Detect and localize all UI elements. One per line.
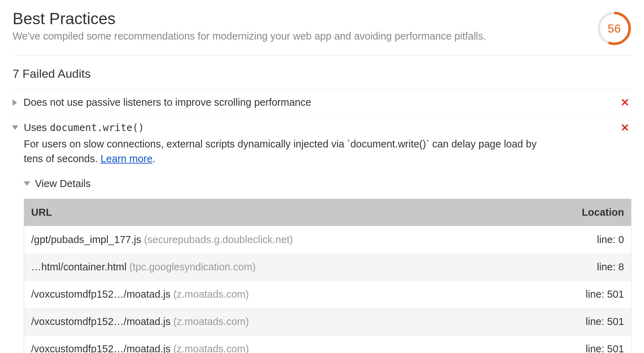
view-details-label: View Details bbox=[35, 178, 91, 189]
score-value: 56 bbox=[597, 11, 631, 46]
cell-location: line: 0 bbox=[561, 234, 624, 245]
col-header-location: Location bbox=[561, 207, 624, 218]
audit-item: Uses document.write() ✕ For users on slo… bbox=[13, 115, 631, 353]
col-header-url: URL bbox=[31, 207, 561, 218]
table-row: /gpt/pubads_impl_177.js(securepubads.g.d… bbox=[24, 226, 631, 253]
table-row: /voxcustomdfp152…/moatad.js(z.moatads.co… bbox=[24, 308, 631, 335]
audit-title: Does not use passive listeners to improv… bbox=[23, 97, 621, 108]
cell-location: line: 501 bbox=[561, 316, 624, 327]
cell-location: line: 501 bbox=[561, 289, 624, 300]
fail-icon: ✕ bbox=[621, 96, 631, 109]
audit-title-code: document.write() bbox=[50, 122, 144, 133]
category-title: Best Practices bbox=[13, 10, 583, 28]
cell-location: line: 8 bbox=[561, 261, 624, 273]
cell-url: /voxcustomdfp152…/moatad.js(z.moatads.co… bbox=[31, 289, 561, 300]
url-path: …html/container.html bbox=[31, 261, 126, 272]
report-header: Best Practices We've compiled some recom… bbox=[13, 10, 631, 56]
audit-description: For users on slow connections, external … bbox=[24, 137, 542, 166]
audit-toggle[interactable]: Does not use passive listeners to improv… bbox=[13, 96, 631, 109]
audit-title-prefix: Uses bbox=[24, 122, 50, 133]
cell-url: /gpt/pubads_impl_177.js(securepubads.g.d… bbox=[31, 234, 561, 245]
view-details-toggle[interactable]: View Details bbox=[24, 166, 631, 197]
score-gauge: 56 bbox=[597, 11, 631, 46]
url-path: /voxcustomdfp152…/moatad.js bbox=[31, 316, 170, 327]
url-host: (z.moatads.com) bbox=[173, 289, 249, 300]
chevron-right-icon bbox=[13, 99, 17, 106]
table-row: /voxcustomdfp152…/moatad.js(z.moatads.co… bbox=[24, 335, 631, 353]
table-header-row: URL Location bbox=[24, 199, 631, 226]
cell-url: …html/container.html(tpc.googlesyndicati… bbox=[31, 261, 561, 273]
cell-url: /voxcustomdfp152…/moatad.js(z.moatads.co… bbox=[31, 316, 561, 327]
audit-title: Uses document.write() bbox=[24, 122, 621, 133]
table-row: /voxcustomdfp152…/moatad.js(z.moatads.co… bbox=[24, 281, 631, 308]
chevron-down-icon bbox=[24, 181, 30, 186]
learn-more-link[interactable]: Learn more bbox=[100, 153, 152, 164]
audit-item: Does not use passive listeners to improv… bbox=[13, 90, 631, 115]
audit-toggle[interactable]: Uses document.write() ✕ bbox=[13, 122, 631, 134]
url-path: /voxcustomdfp152…/moatad.js bbox=[31, 289, 170, 300]
url-host: (z.moatads.com) bbox=[173, 316, 249, 327]
url-path: /gpt/pubads_impl_177.js bbox=[31, 234, 141, 245]
cell-url: /voxcustomdfp152…/moatad.js(z.moatads.co… bbox=[31, 343, 561, 353]
url-host: (z.moatads.com) bbox=[173, 343, 249, 353]
failed-audits-heading: 7 Failed Audits bbox=[13, 56, 631, 90]
cell-location: line: 501 bbox=[561, 343, 624, 353]
table-row: …html/container.html(tpc.googlesyndicati… bbox=[24, 253, 631, 281]
chevron-down-icon bbox=[12, 125, 18, 130]
url-host: (tpc.googlesyndication.com) bbox=[129, 261, 255, 272]
category-subtitle: We've compiled some recommendations for … bbox=[13, 30, 583, 43]
url-host: (securepubads.g.doubleclick.net) bbox=[144, 234, 293, 245]
audit-description-post: . bbox=[153, 153, 155, 164]
url-path: /voxcustomdfp152…/moatad.js bbox=[31, 343, 170, 353]
details-table: URL Location /gpt/pubads_impl_177.js(sec… bbox=[24, 199, 631, 353]
fail-icon: ✕ bbox=[621, 122, 631, 134]
